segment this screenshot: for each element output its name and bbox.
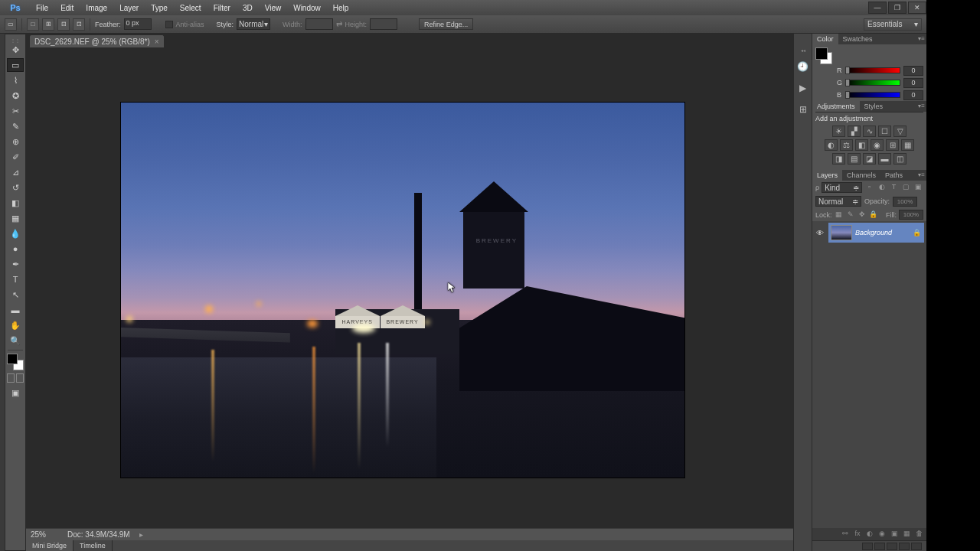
new-layer-icon[interactable]: ▦ bbox=[902, 530, 911, 539]
layer-item-background[interactable]: Background 🔒 bbox=[828, 223, 924, 243]
gradient-tool[interactable]: ▦ bbox=[7, 211, 24, 225]
close-tab-icon[interactable]: × bbox=[155, 37, 159, 46]
history-panel-icon[interactable]: 🕘 bbox=[796, 60, 810, 73]
hue-icon[interactable]: ◐ bbox=[825, 139, 838, 151]
panel-menu-icon[interactable]: ▾≡ bbox=[918, 35, 925, 42]
shape-tool[interactable]: ▬ bbox=[7, 303, 24, 317]
curves-icon[interactable]: ∿ bbox=[863, 126, 876, 137]
zoom-level[interactable]: 25% bbox=[31, 530, 58, 539]
filter-smart-icon[interactable]: ▣ bbox=[913, 183, 923, 193]
selection-intersect[interactable]: ⊡ bbox=[73, 18, 85, 31]
colorbalance-icon[interactable]: ⚖ bbox=[840, 139, 853, 151]
posterize-icon[interactable]: ▤ bbox=[848, 153, 861, 165]
menu-file[interactable]: File bbox=[31, 2, 54, 14]
new-fill-icon[interactable]: ◉ bbox=[877, 530, 887, 539]
selectivecolor-icon[interactable]: ◫ bbox=[893, 153, 906, 165]
document-tab[interactable]: DSC_2629.NEF @ 25% (RGB/8*) × bbox=[29, 34, 165, 47]
footer-icon[interactable] bbox=[899, 543, 910, 550]
filter-kind-select[interactable]: Kind≑ bbox=[822, 182, 862, 193]
hand-tool[interactable]: ✋ bbox=[7, 318, 24, 332]
filter-adjust-icon[interactable]: ◐ bbox=[877, 183, 887, 193]
lock-position-icon[interactable]: ✥ bbox=[858, 210, 867, 220]
refine-edge-button[interactable]: Refine Edge... bbox=[419, 18, 473, 30]
menu-edit[interactable]: Edit bbox=[55, 2, 79, 14]
canvas[interactable]: BREWERY HARVEYS BREWERY bbox=[26, 47, 793, 528]
layer-visibility-icon[interactable]: 👁 bbox=[815, 229, 825, 237]
r-value[interactable]: 0 bbox=[903, 66, 923, 76]
type-tool[interactable]: T bbox=[7, 272, 24, 286]
feather-input[interactable]: 0 px bbox=[124, 18, 152, 30]
g-value[interactable]: 0 bbox=[903, 78, 923, 88]
color-picker-swatch[interactable] bbox=[815, 47, 832, 64]
eyedropper-tool[interactable]: ✎ bbox=[7, 119, 24, 133]
selection-subtract[interactable]: ⊟ bbox=[57, 18, 70, 31]
lasso-tool[interactable]: ⌇ bbox=[7, 73, 24, 87]
color-tab[interactable]: Color bbox=[812, 34, 838, 44]
blend-mode-select[interactable]: Normal≑ bbox=[815, 196, 861, 207]
menu-3d[interactable]: 3D bbox=[237, 2, 258, 14]
timeline-tab[interactable]: Timeline bbox=[74, 540, 113, 551]
menu-select[interactable]: Select bbox=[175, 2, 207, 14]
adjustments-tab[interactable]: Adjustments bbox=[812, 101, 860, 112]
filter-shape-icon[interactable]: ▢ bbox=[901, 183, 911, 193]
channels-tab[interactable]: Channels bbox=[842, 170, 880, 181]
minimize-button[interactable]: — bbox=[868, 2, 887, 14]
brush-tool[interactable]: ✐ bbox=[7, 150, 24, 164]
panel-menu-icon[interactable]: ▾≡ bbox=[918, 171, 925, 178]
eraser-tool[interactable]: ◧ bbox=[7, 196, 24, 210]
selection-new[interactable]: □ bbox=[27, 18, 39, 31]
menu-type[interactable]: Type bbox=[145, 2, 173, 14]
status-menu-arrow[interactable]: ▸ bbox=[139, 530, 143, 539]
brightness-icon[interactable]: ☀ bbox=[832, 126, 845, 137]
toolbox-grip[interactable]: ⋮⋮ bbox=[8, 37, 23, 42]
b-slider[interactable] bbox=[846, 92, 900, 98]
actions-panel-icon[interactable]: ▶ bbox=[796, 81, 810, 95]
menu-window[interactable]: Window bbox=[288, 2, 326, 14]
workspace-switcher[interactable]: Essentials▾ bbox=[864, 18, 922, 31]
selection-add[interactable]: ⊞ bbox=[42, 18, 54, 31]
swatches-tab[interactable]: Swatches bbox=[838, 34, 877, 44]
layer-mask-icon[interactable]: ◐ bbox=[865, 530, 874, 539]
r-slider[interactable] bbox=[846, 67, 900, 73]
dock-grip[interactable]: ◂◂ bbox=[796, 47, 810, 52]
dodge-tool[interactable]: ● bbox=[7, 242, 24, 256]
menu-image[interactable]: Image bbox=[80, 2, 113, 14]
crop-tool[interactable]: ✂ bbox=[7, 104, 24, 118]
gradientmap-icon[interactable]: ▬ bbox=[878, 153, 891, 165]
layer-lock-icon[interactable]: 🔒 bbox=[913, 229, 922, 236]
blur-tool[interactable]: 💧 bbox=[7, 227, 24, 240]
maximize-button[interactable]: ❐ bbox=[888, 2, 906, 14]
paths-tab[interactable]: Paths bbox=[880, 170, 907, 181]
mini-bridge-tab[interactable]: Mini Bridge bbox=[26, 540, 74, 551]
lock-transparent-icon[interactable]: ▦ bbox=[835, 210, 844, 220]
delete-layer-icon[interactable]: 🗑 bbox=[914, 530, 923, 539]
menu-layer[interactable]: Layer bbox=[114, 2, 144, 14]
move-tool[interactable]: ✥ bbox=[7, 43, 24, 57]
levels-icon[interactable]: ▞ bbox=[848, 126, 861, 137]
marquee-tool[interactable]: ▭ bbox=[7, 58, 24, 72]
b-value[interactable]: 0 bbox=[903, 90, 923, 100]
layer-fx-icon[interactable]: fx bbox=[853, 530, 862, 539]
history-brush-tool[interactable]: ↺ bbox=[7, 181, 24, 194]
fill-value[interactable]: 100% bbox=[899, 210, 923, 220]
tool-preset-picker[interactable]: ▭ bbox=[5, 18, 17, 31]
healing-brush-tool[interactable]: ⊕ bbox=[7, 135, 24, 148]
footer-icon[interactable] bbox=[862, 543, 873, 550]
screen-mode-button[interactable]: ▣ bbox=[7, 386, 24, 399]
link-layers-icon[interactable]: ⚯ bbox=[841, 530, 850, 539]
layers-tab[interactable]: Layers bbox=[812, 170, 842, 181]
layer-name[interactable]: Background bbox=[855, 229, 910, 236]
photofilter-icon[interactable]: ◉ bbox=[871, 139, 884, 151]
quick-mask-toggle[interactable] bbox=[7, 373, 24, 384]
foreground-background-colors[interactable] bbox=[7, 354, 24, 370]
filter-type-icon[interactable]: T bbox=[889, 183, 899, 193]
lock-pixels-icon[interactable]: ✎ bbox=[846, 210, 855, 220]
menu-filter[interactable]: Filter bbox=[208, 2, 236, 14]
footer-icon[interactable] bbox=[887, 543, 897, 550]
g-slider[interactable] bbox=[846, 80, 900, 86]
style-select[interactable]: Normal▾ bbox=[237, 18, 270, 30]
pen-tool[interactable]: ✒ bbox=[7, 257, 24, 271]
colorlookup-icon[interactable]: ▦ bbox=[901, 139, 914, 151]
footer-icon[interactable] bbox=[874, 543, 885, 550]
doc-size-info[interactable]: Doc: 34.9M/34.9M bbox=[67, 530, 130, 539]
